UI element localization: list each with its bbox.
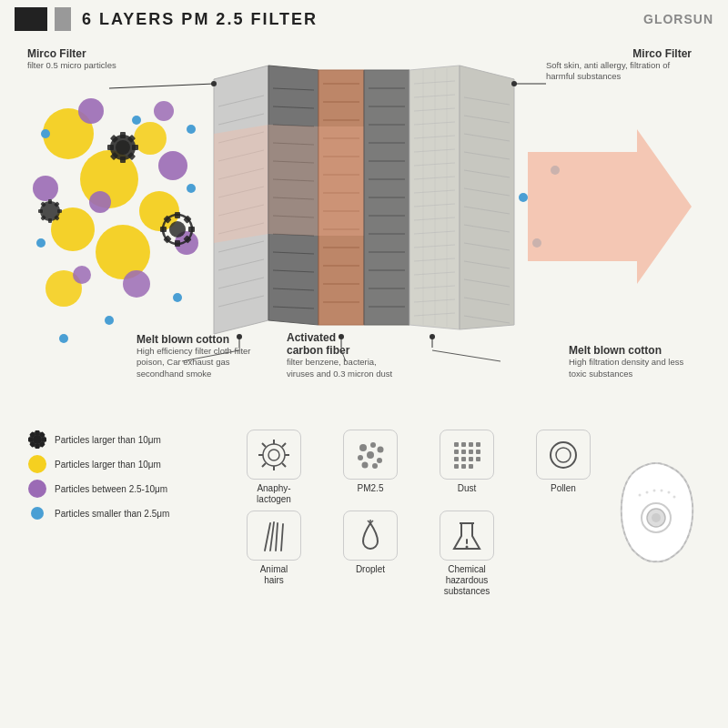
bottom-area: Particles larger than 10μm Particles lar… (18, 430, 710, 597)
svg-point-8 (158, 151, 187, 180)
legend-item-gear: Particles larger than 10μm (27, 430, 228, 450)
svg-point-21 (187, 125, 196, 134)
mirco-filter-right-title: Mirco Filter (546, 47, 692, 60)
dust-box (440, 430, 494, 480)
brand-name: GLORSUN (643, 12, 713, 26)
svg-rect-38 (160, 227, 167, 232)
svg-point-177 (268, 450, 279, 460)
svg-point-191 (377, 458, 382, 463)
dust-label: Dust (458, 483, 477, 494)
page-title: 6 LAYERS PM 2.5 FILTER (82, 10, 318, 29)
svg-rect-26 (120, 157, 126, 163)
svg-marker-80 (268, 125, 318, 236)
icon-grid-section: Anaphy-lactogen PM2.5 (228, 430, 610, 597)
svg-point-20 (105, 316, 114, 325)
svg-rect-36 (175, 240, 180, 247)
svg-rect-206 (454, 464, 459, 469)
svg-rect-205 (476, 457, 480, 461)
svg-point-174 (28, 480, 46, 498)
icon-cell-empty (517, 511, 610, 597)
svg-line-211 (265, 523, 270, 551)
svg-rect-201 (476, 450, 480, 454)
svg-point-189 (358, 455, 363, 460)
svg-point-12 (123, 270, 150, 298)
svg-marker-95 (318, 126, 364, 236)
chemical-box (440, 511, 494, 561)
svg-point-6 (134, 122, 167, 155)
svg-point-225 (645, 491, 648, 494)
svg-point-209 (551, 442, 576, 468)
animal-hairs-box (247, 511, 301, 561)
svg-line-212 (270, 522, 274, 551)
svg-rect-45 (48, 218, 52, 223)
svg-rect-28 (107, 145, 114, 150)
pollen-label: Pollen (551, 483, 576, 494)
svg-marker-132 (460, 66, 514, 329)
svg-point-16 (132, 116, 141, 125)
svg-point-229 (672, 496, 675, 499)
svg-line-182 (262, 443, 266, 447)
pm25-icon (350, 435, 390, 475)
svg-rect-195 (461, 442, 466, 447)
svg-rect-46 (57, 209, 62, 213)
svg-point-22 (59, 334, 68, 343)
header: 6 LAYERS PM 2.5 FILTER GLORSUN (0, 0, 728, 38)
svg-point-24 (116, 140, 130, 155)
svg-rect-37 (188, 227, 195, 232)
legend-item-purple: Particles between 2.5-10μm (27, 479, 228, 499)
melt-right-desc: High filtration density and less toxic s… (569, 357, 687, 379)
svg-point-14 (73, 266, 91, 284)
svg-point-220 (466, 545, 469, 548)
svg-rect-194 (454, 442, 459, 447)
chemical-icon (447, 516, 487, 556)
svg-line-184 (282, 443, 286, 447)
svg-point-188 (378, 446, 384, 452)
svg-line-162 (432, 350, 500, 361)
svg-line-157 (109, 84, 214, 88)
svg-point-15 (41, 129, 50, 138)
svg-point-192 (362, 461, 369, 468)
svg-point-7 (78, 98, 104, 124)
diagram-area: Mirco Filter filter 0.5 micro particles … (18, 38, 710, 420)
svg-rect-167 (42, 438, 46, 442)
melt-right-title: Melt blown cotton (569, 344, 687, 357)
legend-label-blue: Particles smaller than 2.5μm (55, 509, 169, 519)
svg-point-18 (36, 238, 46, 248)
svg-point-3 (96, 225, 150, 279)
svg-point-223 (652, 513, 661, 522)
label-melt-right: Melt blown cotton High filtration densit… (569, 344, 687, 379)
svg-rect-168 (28, 438, 33, 442)
mask-image-area (610, 430, 701, 597)
legend-label-gear: Particles larger than 10μm (55, 435, 161, 445)
legend-item-yellow: Particles larger than 10μm (27, 454, 228, 474)
icon-cell-dust: Dust (420, 430, 513, 505)
svg-rect-166 (35, 444, 40, 449)
svg-rect-199 (461, 450, 466, 454)
droplet-box (343, 511, 398, 561)
pm25-label: PM2.5 (358, 483, 384, 494)
svg-point-227 (660, 490, 662, 492)
svg-point-17 (187, 184, 196, 193)
svg-rect-25 (120, 132, 126, 138)
icon-cell-pollen: Pollen (517, 430, 610, 505)
pollen-box (536, 430, 591, 480)
svg-rect-27 (132, 145, 138, 150)
svg-rect-44 (48, 199, 52, 204)
svg-rect-165 (35, 430, 40, 435)
svg-point-226 (652, 490, 655, 492)
svg-point-146 (519, 193, 528, 202)
svg-point-228 (667, 491, 670, 494)
icon-cell-animal-hairs: Animalhairs (228, 511, 320, 597)
svg-point-193 (372, 463, 378, 469)
svg-rect-202 (454, 457, 459, 461)
dust-icon (447, 435, 487, 475)
svg-rect-196 (469, 442, 473, 447)
svg-marker-110 (410, 66, 460, 329)
mask-svg (612, 454, 699, 572)
svg-point-176 (263, 444, 285, 466)
svg-point-13 (154, 101, 174, 121)
melt-left-desc: High efficiency filter cloth filter pois… (136, 346, 255, 379)
svg-point-155 (430, 334, 435, 339)
icon-cell-chemical: Chemicalhazardoussubstances (420, 511, 513, 597)
legend-label-purple: Particles between 2.5-10μm (55, 484, 167, 494)
